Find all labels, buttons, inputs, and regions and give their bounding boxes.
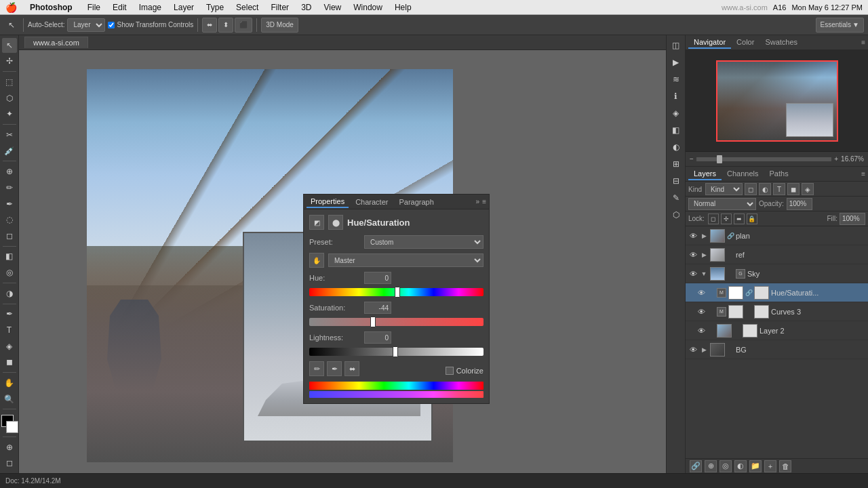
channel-select[interactable]: Master bbox=[328, 253, 484, 267]
layer-visibility-sky[interactable]: 👁 bbox=[688, 269, 698, 279]
tool-frame[interactable]: ◻ bbox=[2, 455, 17, 470]
menu-edit[interactable]: Edit bbox=[108, 1, 132, 14]
menu-view[interactable]: View bbox=[319, 1, 346, 14]
tool-marquee[interactable]: ⬚ bbox=[2, 75, 17, 89]
layers-panel-menu-icon[interactable]: ≡ bbox=[861, 170, 865, 178]
align-btn[interactable]: ⬌ bbox=[202, 18, 217, 33]
lightness-slider-thumb[interactable] bbox=[393, 346, 398, 357]
tool-crop[interactable]: ✂ bbox=[2, 127, 17, 142]
tab-properties[interactable]: Properties bbox=[307, 196, 349, 208]
zoom-slider-thumb[interactable] bbox=[717, 155, 722, 163]
tool-artboard[interactable]: ✢ bbox=[2, 54, 17, 69]
tool-hand[interactable]: ✋ bbox=[2, 375, 17, 390]
menu-help[interactable]: Help bbox=[390, 1, 416, 14]
tool-lasso[interactable]: ⬡ bbox=[2, 91, 17, 106]
side-3d-icon[interactable]: ⬡ bbox=[669, 207, 684, 222]
layer-visibility-hue-sat[interactable]: 👁 bbox=[696, 288, 706, 298]
align-btn-2[interactable]: ⬍ bbox=[218, 18, 233, 33]
layer-item-plan[interactable]: 👁 ▶ 🔗 plan bbox=[686, 226, 868, 245]
layer-filter-shape[interactable]: ◼ bbox=[787, 183, 800, 195]
layer-link-btn[interactable]: 🔗 bbox=[690, 460, 702, 472]
lightness-slider-track[interactable] bbox=[309, 348, 484, 356]
tab-channels[interactable]: Channels bbox=[722, 168, 764, 180]
tool-gradient[interactable]: ◧ bbox=[2, 249, 17, 264]
tool-text[interactable]: T bbox=[2, 323, 17, 338]
layer-item-ref[interactable]: 👁 ▶ ref bbox=[686, 245, 868, 264]
props-pen-tool[interactable]: ✒ bbox=[327, 361, 342, 376]
tool-blur[interactable]: ◎ bbox=[2, 265, 17, 280]
layer-group-btn[interactable]: 📁 bbox=[749, 460, 762, 472]
side-notes-icon[interactable]: ✎ bbox=[669, 190, 684, 205]
nav-panel-menu-icon[interactable]: ≡ bbox=[861, 39, 865, 46]
layer-item-layer2[interactable]: 👁 Layer 2 bbox=[686, 321, 868, 340]
3d-mode-btn[interactable]: 3D Mode bbox=[261, 18, 298, 33]
layer-mask-btn[interactable]: ◎ bbox=[719, 460, 732, 472]
menu-file[interactable]: File bbox=[83, 1, 105, 14]
app-name[interactable]: Photoshop bbox=[25, 1, 77, 14]
tool-move[interactable]: ↖ bbox=[2, 38, 17, 53]
props-brush-tool[interactable]: ✏ bbox=[309, 361, 324, 376]
lightness-input[interactable]: 0 bbox=[364, 331, 391, 344]
tab-paragraph[interactable]: Paragraph bbox=[395, 197, 437, 207]
menu-type[interactable]: Type bbox=[201, 1, 229, 14]
background-color[interactable] bbox=[6, 421, 18, 433]
layer-visibility-plan[interactable]: 👁 bbox=[688, 231, 698, 241]
layer-item-sky[interactable]: 👁 ▼ G Sky bbox=[686, 264, 868, 283]
side-info-icon[interactable]: ℹ bbox=[669, 89, 684, 104]
layer-item-bg[interactable]: 👁 ▶ BG bbox=[686, 340, 868, 359]
tab-paths[interactable]: Paths bbox=[764, 168, 794, 180]
layer-delete-btn[interactable]: 🗑 bbox=[779, 460, 791, 472]
side-style-icon[interactable]: ⊞ bbox=[669, 157, 684, 171]
layer-item-hue-sat[interactable]: 👁 M 🔗 Hue/Saturati... bbox=[686, 283, 868, 302]
tool-shape[interactable]: ◼ bbox=[2, 354, 17, 369]
opacity-input[interactable] bbox=[787, 198, 812, 210]
preset-select[interactable]: Custom bbox=[364, 235, 484, 249]
zoom-slider[interactable] bbox=[696, 157, 831, 161]
show-transform-checkbox[interactable] bbox=[108, 22, 115, 28]
layer-new-btn[interactable]: + bbox=[764, 460, 776, 472]
zoom-in-btn[interactable]: + bbox=[834, 155, 838, 163]
saturation-slider-track[interactable] bbox=[309, 318, 484, 326]
layer-filter-smart[interactable]: ◈ bbox=[802, 183, 814, 195]
lock-artboard-btn[interactable]: ⬌ bbox=[734, 214, 745, 224]
layer-visibility-ref[interactable]: 👁 bbox=[688, 250, 698, 260]
lock-pixels-btn[interactable]: ◻ bbox=[708, 214, 719, 224]
menu-layer[interactable]: Layer bbox=[169, 1, 199, 14]
blend-mode-select[interactable]: Normal bbox=[688, 198, 756, 210]
tool-history[interactable]: ◌ bbox=[2, 212, 17, 227]
menu-select[interactable]: Select bbox=[231, 1, 263, 14]
on-image-tool[interactable]: ✋ bbox=[309, 253, 324, 268]
props-move-tool[interactable]: ⬌ bbox=[344, 361, 359, 376]
layer-expand-ref[interactable]: ▶ bbox=[700, 251, 708, 259]
document-tab[interactable]: www.a-si.com bbox=[24, 37, 88, 48]
lock-all-btn[interactable]: 🔒 bbox=[747, 214, 757, 224]
layer-item-curves3[interactable]: 👁 M Curves 3 bbox=[686, 302, 868, 321]
menu-filter[interactable]: Filter bbox=[266, 1, 294, 14]
layer-expand-sky[interactable]: ▼ bbox=[700, 270, 708, 278]
tab-color[interactable]: Color bbox=[731, 37, 760, 49]
layer-filter-adjust[interactable]: ◐ bbox=[759, 183, 771, 195]
hue-input[interactable]: 0 bbox=[364, 272, 391, 284]
tool-brush[interactable]: ✏ bbox=[2, 180, 17, 195]
auto-select-dropdown[interactable]: Layer bbox=[67, 18, 105, 32]
layer-expand-plan[interactable]: ▶ bbox=[700, 232, 708, 240]
tool-dodge[interactable]: ◑ bbox=[2, 286, 17, 301]
layer-visibility-layer2[interactable]: 👁 bbox=[696, 326, 706, 336]
side-play-icon[interactable]: ▶ bbox=[669, 55, 684, 70]
workspace-dropdown[interactable]: Essentials ▼ bbox=[816, 18, 864, 33]
zoom-out-btn[interactable]: − bbox=[690, 155, 694, 163]
tool-eraser[interactable]: ◻ bbox=[2, 228, 17, 243]
tab-character[interactable]: Character bbox=[351, 197, 392, 207]
tab-layers[interactable]: Layers bbox=[688, 168, 722, 180]
side-timeline-icon[interactable]: ⊟ bbox=[669, 174, 684, 188]
tab-navigator[interactable]: Navigator bbox=[688, 37, 731, 49]
tool-path[interactable]: ◈ bbox=[2, 339, 17, 354]
tool-eyedropper[interactable]: 💉 bbox=[2, 144, 17, 159]
layer-effects-btn[interactable]: ⊕ bbox=[705, 460, 717, 472]
fill-input[interactable] bbox=[840, 213, 865, 225]
side-navigator-icon[interactable]: ◫ bbox=[669, 38, 684, 53]
side-histogram-icon[interactable]: ≋ bbox=[669, 72, 684, 87]
tool-pen[interactable]: ✒ bbox=[2, 307, 17, 322]
show-transform-label[interactable]: Show Transform Controls bbox=[108, 21, 193, 28]
apple-logo-icon[interactable]: 🍎 bbox=[5, 2, 17, 13]
